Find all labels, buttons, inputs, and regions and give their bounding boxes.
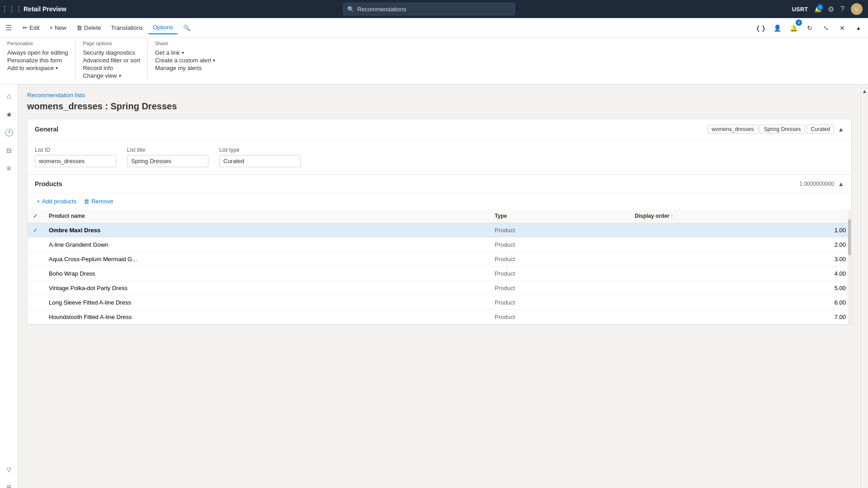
add-to-workspace-link[interactable]: Add to workspace ▾ [7, 64, 68, 72]
breadcrumb[interactable]: Recommendation lists [27, 92, 852, 99]
row-check-cell[interactable] [28, 281, 43, 296]
list-title-label: List title [127, 147, 208, 153]
advanced-filter-link[interactable]: Advanced filter or sort [83, 56, 140, 64]
expand-button[interactable]: ⤡ [819, 21, 833, 35]
products-collapse-button[interactable]: ▲ [838, 180, 844, 188]
add-products-button[interactable]: + Add products [35, 197, 78, 206]
delete-button[interactable]: 🗑 Delete [72, 22, 106, 34]
products-section: Products 1.0000000000 ▲ + Add products 🗑… [28, 174, 851, 324]
list-title-field: List title Spring Dresses [127, 147, 208, 167]
help-icon-button[interactable]: ? [840, 5, 844, 13]
table-row[interactable]: A-line Grandient GownProduct2.00 [28, 238, 851, 252]
pin-icon: ☰ [6, 484, 12, 488]
sidebar-toggle-button[interactable]: ☰ [3, 21, 17, 35]
page-title: womens_dresses : Spring Dresses [27, 101, 852, 112]
product-type-cell: Product [489, 310, 629, 324]
table-row[interactable]: ✓Ombre Maxi DressProduct1.00 [28, 223, 851, 238]
sidebar-recent-button[interactable]: 🕐 [1, 124, 17, 141]
row-check-cell[interactable] [28, 238, 43, 252]
column-type-header[interactable]: Type [489, 209, 629, 223]
user-settings-button[interactable]: 👤 [770, 21, 784, 35]
search-input[interactable] [357, 6, 511, 13]
sidebar-pin-button[interactable]: ☰ [1, 479, 17, 488]
personalize-section-title: Personalize [7, 41, 68, 46]
global-search-bar[interactable]: 🔍 [343, 3, 515, 15]
app-title: Retail Preview [24, 5, 66, 13]
custom-alert-chevron: ▾ [213, 58, 215, 63]
general-tags: womens_dresses Spring Dresses Curated [708, 125, 834, 134]
edit-icon: ✏ [23, 24, 28, 31]
collapse-panel-button[interactable]: ▲ [852, 21, 865, 35]
toolbar-notification-badge: 0 [796, 19, 802, 26]
code-view-button[interactable]: ❬❭ [754, 21, 768, 35]
product-name-cell: A-line Grandient Gown [43, 238, 489, 252]
table-row[interactable]: Aqua Cross-Peplum Mermaid G...Product3.0… [28, 252, 851, 267]
general-collapse-button[interactable]: ▲ [838, 126, 844, 133]
security-diagnostics-link[interactable]: Security diagnostics [83, 49, 140, 56]
sidebar-favorites-button[interactable]: ★ [1, 106, 17, 122]
column-product-name-header[interactable]: Product name [43, 209, 489, 223]
sidebar-workspace-button[interactable]: ⊟ [1, 142, 17, 159]
list-title-value[interactable]: Spring Dresses [127, 155, 208, 167]
table-row[interactable]: Long Sleeve Fitted A-line DressProduct6.… [28, 296, 851, 310]
sidebar-list-button[interactable]: ≡ [1, 160, 17, 177]
user-avatar[interactable]: U [851, 3, 863, 15]
list-type-value[interactable]: Curated [219, 155, 301, 167]
notification-button[interactable]: 🔔 0 [814, 6, 821, 13]
waffle-menu-button[interactable]: ⋮⋮⋮ [5, 3, 18, 15]
form-card: General womens_dresses Spring Dresses Cu… [27, 119, 852, 325]
sidebar-filter-button[interactable]: ▽ [1, 461, 17, 478]
table-scrollbar[interactable] [848, 209, 851, 324]
notification-toolbar-button[interactable]: 🔔0 [787, 21, 800, 35]
product-type-cell: Product [489, 296, 629, 310]
column-display-order-header[interactable]: Display order ↑ [629, 209, 851, 223]
edit-button[interactable]: ✏ Edit [18, 22, 44, 34]
row-check-cell[interactable]: ✓ [28, 223, 43, 238]
search-toolbar-button[interactable]: 🔍 [179, 22, 195, 34]
refresh-button[interactable]: ↻ [803, 21, 816, 35]
table-row[interactable]: Boho Wrap DressProduct4.00 [28, 267, 851, 281]
row-check-cell[interactable] [28, 252, 43, 267]
products-section-title: Products [35, 180, 62, 188]
manage-alerts-link[interactable]: Manage my alerts [155, 64, 215, 72]
column-check-header: ✓ [28, 209, 43, 223]
waffle-icon: ⋮⋮⋮ [1, 5, 23, 14]
product-name-cell: Long Sleeve Fitted A-line Dress [43, 296, 489, 310]
remove-product-icon: 🗑 [84, 198, 90, 205]
home-icon: ⌂ [7, 92, 11, 100]
row-check-cell[interactable] [28, 296, 43, 310]
product-order-cell: 7.00 [629, 310, 851, 324]
list-id-value[interactable]: womens_dresses [35, 155, 116, 167]
settings-icon-button[interactable]: ⚙ [828, 5, 834, 14]
change-view-link[interactable]: Change view ▾ [83, 72, 140, 80]
tag-list-type: Curated [807, 125, 834, 134]
remove-product-button[interactable]: 🗑 Remove [82, 197, 115, 206]
translations-button[interactable]: Translations [107, 22, 147, 34]
right-collapse-panel[interactable]: ▲ [861, 84, 868, 488]
sidebar-home-button[interactable]: ⌂ [1, 88, 17, 104]
personalize-section: Personalize Always open for editing Pers… [7, 41, 75, 80]
table-row[interactable]: Vintage Polka-dot Party DressProduct5.00 [28, 281, 851, 296]
general-header-right: womens_dresses Spring Dresses Curated ▲ [708, 125, 844, 134]
share-section: Share Get a link ▾ Create a custom alert… [148, 41, 222, 80]
right-collapse-icon: ▲ [862, 88, 868, 94]
product-order-cell: 1.00 [629, 223, 851, 238]
username-label: USRT [792, 6, 808, 13]
product-type-cell: Product [489, 238, 629, 252]
row-check-cell[interactable] [28, 310, 43, 324]
personalize-form-link[interactable]: Personalize this form [7, 56, 68, 64]
list-icon: ≡ [7, 164, 11, 173]
topbar-right-controls: USRT 🔔 0 ⚙ ? U [792, 3, 863, 15]
table-row[interactable]: Houndstooth Fitted A-line DressProduct7.… [28, 310, 851, 324]
row-check-cell[interactable] [28, 267, 43, 281]
options-button[interactable]: Options [148, 21, 178, 34]
change-view-chevron: ▾ [119, 73, 121, 78]
close-button[interactable]: ✕ [835, 21, 849, 35]
create-custom-alert-link[interactable]: Create a custom alert ▾ [155, 56, 215, 64]
new-button[interactable]: + New [45, 22, 71, 34]
product-name-cell: Vintage Polka-dot Party Dress [43, 281, 489, 296]
record-info-link[interactable]: Record info [83, 64, 140, 72]
always-open-editing-link[interactable]: Always open for editing [7, 49, 68, 56]
search-icon: 🔍 [347, 6, 354, 13]
get-a-link-link[interactable]: Get a link ▾ [155, 49, 215, 56]
